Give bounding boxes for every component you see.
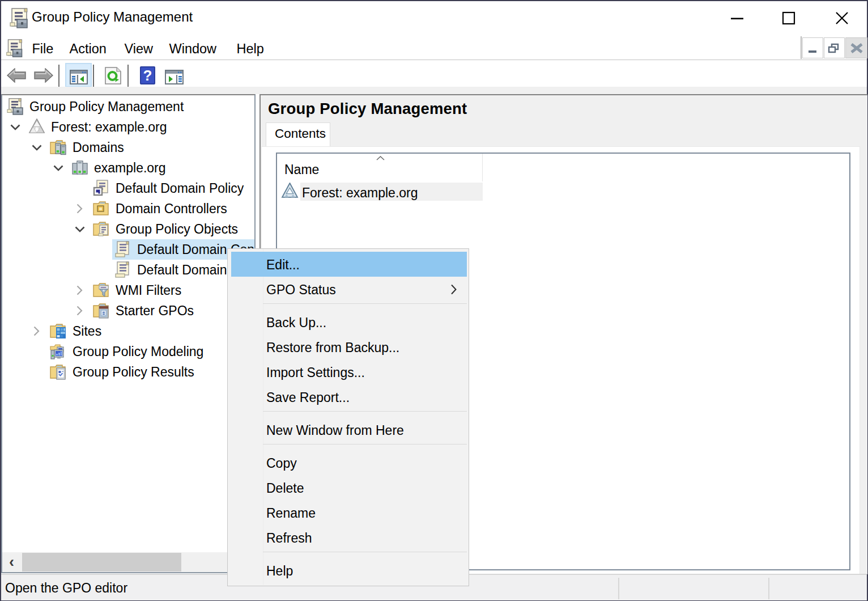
svg-text:?: ? <box>143 67 152 84</box>
